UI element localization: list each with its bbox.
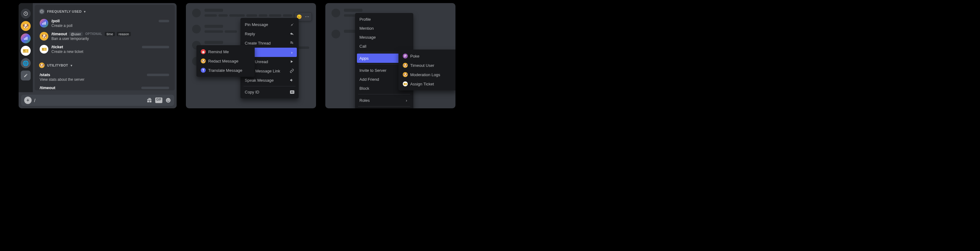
link-icon — [290, 68, 294, 73]
server-icon-globe[interactable]: 🌐 — [21, 58, 31, 68]
app-assign-ticket[interactable]: 🎫Assign Ticket — [400, 79, 455, 89]
app-remind-me[interactable]: ⏰Remind Me — [198, 47, 253, 56]
param-reason: reason — [117, 32, 131, 36]
clock-icon — [39, 9, 45, 14]
menu-profile[interactable]: Profile — [357, 15, 412, 24]
command-picker: Frequently Used ▾ /poll Create a poll 🐶 — [35, 5, 175, 91]
app-icon: 🎫 — [403, 81, 408, 86]
command-title: /ticket — [51, 44, 83, 49]
command-title: /stats — [40, 72, 84, 77]
menu-copy-id[interactable]: Copy ID ID — [357, 108, 412, 108]
placeholder-bar — [141, 87, 169, 89]
optional-label: OPTIONAL — [85, 32, 102, 36]
command-description: Create a new ticket — [51, 49, 83, 54]
command-description: Create a poll — [51, 24, 73, 28]
svg-rect-7 — [45, 22, 46, 25]
utilitybot-icon: 🐶 — [39, 62, 45, 68]
menu-roles[interactable]: Roles › — [357, 95, 412, 105]
id-icon: ID — [290, 91, 294, 94]
message-composer: + / GIF — [19, 92, 177, 108]
command-timeout[interactable]: /timeout Ban a user temporarily — [37, 84, 172, 91]
menu-message[interactable]: Message — [357, 33, 412, 42]
clock-icon[interactable] — [21, 9, 31, 19]
app-poke[interactable]: PPoke — [400, 51, 455, 61]
svg-rect-3 — [27, 37, 27, 40]
speaker-icon — [290, 78, 294, 83]
apps-submenu: PPoke 🐶Timeout User 🐶Moderation Logs 🎫As… — [398, 49, 455, 91]
chevron-down-icon: ▾ — [84, 10, 86, 13]
placeholder-bar — [147, 74, 169, 76]
more-icon[interactable]: ⋯ — [304, 14, 310, 20]
pin-icon — [290, 22, 294, 27]
command-title: /poll — [51, 19, 73, 23]
app-icon: P — [403, 54, 408, 59]
param-time: time — [105, 32, 115, 36]
attach-button[interactable]: + — [24, 97, 32, 104]
param-user: @user — [69, 32, 83, 36]
emoji-icon[interactable] — [165, 97, 171, 103]
app-icon: ⏰ — [201, 49, 206, 54]
gift-icon[interactable] — [146, 97, 152, 103]
svg-rect-6 — [44, 22, 44, 25]
menu-speak[interactable]: Speak Message — [242, 76, 297, 85]
command-poll[interactable]: /poll Create a poll — [37, 17, 172, 30]
chevron-down-icon: ▾ — [71, 64, 72, 67]
section-utilitybot[interactable]: 🐶 UtilityBot ▾ — [35, 59, 175, 70]
chevron-right-icon: › — [404, 98, 409, 103]
server-icon-edit[interactable] — [21, 71, 31, 81]
svg-rect-5 — [43, 23, 43, 25]
section-label: Frequently Used — [47, 10, 81, 13]
composer-input[interactable]: / — [34, 98, 144, 103]
svg-point-8 — [166, 98, 171, 103]
app-icon: 🐶 — [403, 72, 408, 77]
gif-icon[interactable]: GIF — [155, 97, 162, 103]
app-timeout-user[interactable]: 🐶Timeout User — [400, 61, 455, 70]
dog-bot-icon: 🐶 — [40, 32, 48, 41]
app-moderation-logs[interactable]: 🐶Moderation Logs — [400, 70, 455, 79]
server-rail: 🐶 🎫 🌐 — [19, 3, 33, 92]
menu-copy-id[interactable]: Copy ID ID — [242, 87, 297, 97]
section-label: UtilityBot — [47, 64, 68, 67]
app-icon: 🐶 — [201, 59, 206, 64]
command-stats[interactable]: /stats View stats about the server — [37, 71, 172, 84]
command-ticket[interactable]: 🎫 /ticket Create a new ticket — [37, 43, 172, 56]
user-context-panel: Profile Mention Message Call Apps › Invi… — [325, 3, 455, 108]
poll-bot-icon — [40, 19, 48, 27]
app-redact[interactable]: 🐶Redact Message — [198, 56, 253, 66]
server-icon-poll[interactable] — [21, 33, 31, 43]
app-translate[interactable]: TTranslate Message — [198, 66, 253, 75]
slash-command-panel: 🐶 🎫 🌐 Frequently Used ▾ — [19, 3, 177, 108]
thread-icon — [290, 41, 294, 46]
svg-rect-2 — [25, 37, 26, 40]
svg-rect-1 — [24, 38, 25, 40]
reply-icon — [290, 31, 294, 36]
placeholder-bar — [159, 20, 169, 22]
section-frequently-used[interactable]: Frequently Used ▾ — [35, 5, 175, 16]
chevron-right-icon: › — [290, 50, 294, 55]
menu-mention[interactable]: Mention — [357, 24, 412, 33]
app-icon: 🐶 — [403, 63, 408, 68]
command-description: Ban a user temporarily — [51, 37, 131, 41]
apps-submenu: ⏰Remind Me 🐶Redact Message TTranslate Me… — [196, 45, 255, 77]
svg-point-10 — [169, 99, 169, 100]
command-title: /timeout — [40, 86, 77, 90]
server-icon-dog[interactable]: 🐶 — [21, 21, 31, 31]
command-description: View stats about the server — [40, 77, 84, 82]
message-context-panel: 😊 ⋯ Pin Message Reply Create Thread Apps… — [186, 3, 316, 108]
menu-reply[interactable]: Reply — [242, 29, 297, 38]
command-timeout[interactable]: 🐶 /timeout @user OPTIONAL time reason Ba… — [37, 30, 172, 43]
placeholder-bar — [142, 46, 169, 48]
ticket-bot-icon: 🎫 — [40, 45, 48, 54]
menu-pin[interactable]: Pin Message — [242, 20, 297, 29]
svg-point-9 — [167, 99, 168, 100]
app-icon: T — [201, 68, 206, 73]
command-title: /timeout — [51, 32, 67, 36]
server-icon-ticket[interactable]: 🎫 — [21, 46, 31, 56]
unread-icon — [290, 59, 294, 64]
